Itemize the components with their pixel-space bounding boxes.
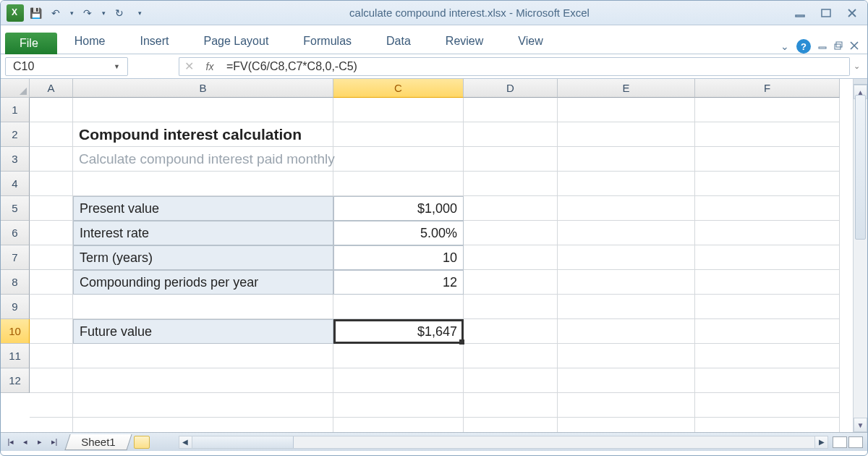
row-header-11[interactable]: 11 — [1, 344, 30, 368]
undo-icon[interactable]: ↶ — [47, 4, 64, 22]
column-header-d[interactable]: D — [464, 79, 558, 98]
cell[interactable] — [30, 147, 73, 172]
cell[interactable] — [30, 245, 73, 270]
cell[interactable] — [30, 196, 73, 221]
cell[interactable] — [695, 172, 840, 196]
cell[interactable] — [333, 172, 464, 196]
cell[interactable] — [695, 221, 840, 245]
workbook-restore-icon[interactable] — [834, 41, 843, 52]
cell[interactable] — [558, 295, 695, 319]
excel-app-icon[interactable] — [7, 4, 24, 22]
ribbon-minimize-chevron-icon[interactable]: ⌄ — [780, 41, 789, 52]
select-all-corner[interactable] — [1, 79, 30, 98]
vertical-scroll-thumb[interactable] — [855, 95, 866, 240]
cell[interactable] — [558, 122, 695, 147]
formula-input[interactable]: =FV(C6/C8,C7*C8,0,-C5) — [221, 57, 850, 76]
horizontal-scroll-thumb[interactable] — [192, 436, 294, 448]
cell[interactable] — [464, 221, 558, 245]
cell[interactable] — [30, 98, 73, 122]
cell[interactable] — [30, 221, 73, 245]
cell[interactable] — [695, 245, 840, 270]
tab-home[interactable]: Home — [57, 29, 123, 54]
value-cell[interactable]: 10 — [333, 245, 464, 270]
cell[interactable] — [695, 122, 840, 147]
cell[interactable] — [695, 393, 840, 418]
cell[interactable] — [464, 368, 558, 393]
fill-handle[interactable] — [459, 339, 464, 345]
tab-review[interactable]: Review — [428, 29, 501, 54]
cell[interactable] — [30, 122, 73, 147]
cell[interactable] — [464, 98, 558, 122]
cell[interactable] — [333, 295, 464, 319]
row-header-7[interactable]: 7 — [1, 245, 30, 270]
cell[interactable] — [558, 172, 695, 196]
row-header-6[interactable]: 6 — [1, 221, 30, 245]
redo-dropdown-icon[interactable]: ▾ — [99, 4, 108, 22]
cell[interactable] — [464, 172, 558, 196]
tab-data[interactable]: Data — [369, 29, 428, 54]
maximize-button[interactable] — [817, 7, 835, 20]
cell[interactable] — [73, 172, 333, 196]
tab-formulas[interactable]: Formulas — [286, 29, 369, 54]
cell[interactable] — [30, 270, 73, 295]
help-icon[interactable]: ? — [796, 39, 811, 54]
column-header-f[interactable]: F — [695, 79, 840, 98]
cell[interactable] — [558, 98, 695, 122]
row-header-3[interactable]: 3 — [1, 147, 30, 172]
page-layout-view-icon[interactable] — [848, 436, 863, 448]
row-header-8[interactable]: 8 — [1, 270, 30, 295]
value-cell[interactable]: 12 — [333, 270, 464, 295]
tab-page-layout[interactable]: Page Layout — [186, 29, 286, 54]
row-header-10[interactable]: 10 — [1, 319, 30, 344]
value-cell[interactable]: $1,000 — [333, 196, 464, 221]
cell[interactable] — [464, 270, 558, 295]
cell[interactable] — [333, 393, 464, 418]
cell[interactable] — [695, 295, 840, 319]
cell[interactable] — [30, 172, 73, 196]
cell[interactable] — [464, 147, 558, 172]
last-sheet-icon[interactable]: ▸| — [47, 435, 61, 449]
name-box[interactable]: C10 ▼ — [5, 57, 128, 76]
redo-icon[interactable]: ↷ — [79, 4, 96, 22]
cell[interactable] — [695, 196, 840, 221]
cell[interactable] — [464, 295, 558, 319]
cell[interactable] — [558, 344, 695, 368]
spreadsheet-grid[interactable]: ABCDEF 123456789101112 Compound interest… — [1, 79, 853, 432]
cell[interactable] — [558, 393, 695, 418]
first-sheet-icon[interactable]: |◂ — [4, 435, 18, 449]
cell[interactable] — [464, 122, 558, 147]
cell[interactable] — [464, 196, 558, 221]
column-header-a[interactable]: A — [30, 79, 73, 98]
row-header-4[interactable]: 4 — [1, 172, 30, 196]
cell[interactable] — [30, 295, 73, 319]
sheet-tab-sheet1[interactable]: Sheet1 — [64, 434, 132, 450]
vertical-split-handle[interactable] — [854, 79, 867, 85]
workbook-minimize-icon[interactable] — [818, 41, 827, 52]
cell[interactable] — [333, 344, 464, 368]
cell[interactable] — [558, 147, 695, 172]
cell[interactable] — [695, 344, 840, 368]
cell[interactable] — [558, 221, 695, 245]
label-cell[interactable]: Term (years) — [73, 245, 333, 270]
value-cell[interactable]: 5.00% — [333, 221, 464, 245]
new-sheet-button[interactable] — [134, 436, 150, 449]
fx-icon[interactable]: fx — [199, 57, 221, 76]
formula-bar-expand-icon[interactable]: ⌄ — [850, 62, 863, 71]
scroll-right-icon[interactable]: ▶ — [814, 436, 827, 448]
cancel-formula-icon[interactable]: ✕ — [179, 57, 199, 76]
cell[interactable] — [30, 344, 73, 368]
label-cell[interactable]: Compounding periods per year — [73, 270, 333, 295]
row-header-12[interactable]: 12 — [1, 368, 30, 393]
prev-sheet-icon[interactable]: ◂ — [18, 435, 33, 449]
cell[interactable] — [558, 319, 695, 344]
cell[interactable] — [73, 295, 333, 319]
undo-dropdown-icon[interactable]: ▾ — [67, 4, 76, 22]
row-header-2[interactable]: 2 — [1, 122, 30, 147]
cell[interactable] — [73, 368, 333, 393]
minimize-button[interactable] — [791, 7, 809, 20]
save-icon[interactable]: 💾 — [27, 4, 44, 22]
cell[interactable] — [73, 344, 333, 368]
scroll-left-icon[interactable]: ◀ — [179, 436, 192, 448]
row-header-5[interactable]: 5 — [1, 196, 30, 221]
normal-view-icon[interactable] — [833, 436, 847, 448]
